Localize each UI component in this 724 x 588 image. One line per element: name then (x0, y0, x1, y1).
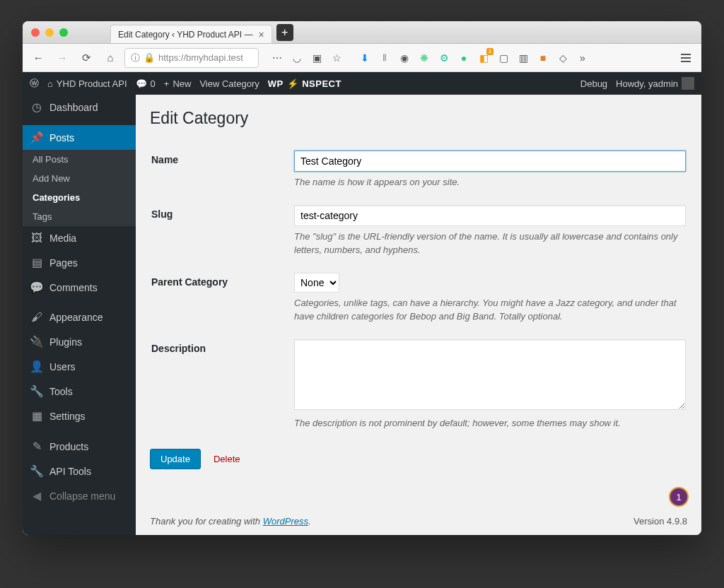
parent-select[interactable]: None (294, 273, 339, 293)
menu-media[interactable]: 🖾Media (23, 226, 136, 250)
slug-label: Slug (151, 198, 293, 264)
site-name-link[interactable]: ⌂YHD Product API (47, 78, 127, 89)
download-icon[interactable]: ⬇ (356, 49, 373, 66)
back-button[interactable]: ← (28, 48, 48, 68)
new-content-link[interactable]: +New (164, 78, 192, 89)
menu-products[interactable]: ✎Products (23, 434, 136, 459)
menu-button[interactable] (676, 48, 696, 68)
comment-icon: 💬 (136, 78, 147, 89)
wpinspect-link[interactable]: WP⚡NSPECT (268, 78, 341, 89)
menu-plugins[interactable]: 🔌Plugins (23, 329, 136, 354)
reader-icon[interactable]: ▣ (308, 49, 325, 66)
plugin-icon: 🔌 (30, 335, 44, 348)
comments-icon: 💬 (30, 281, 44, 294)
menu-dashboard[interactable]: ◷Dashboard (23, 95, 136, 119)
submenu-add-new[interactable]: Add New (23, 169, 136, 188)
reload-button[interactable]: ⟳ (76, 48, 96, 68)
forward-button[interactable]: → (52, 48, 72, 68)
products-icon: ✎ (30, 440, 44, 453)
tab-title: Edit Category ‹ YHD Product API — (118, 30, 253, 40)
brush-icon: 🖌 (30, 311, 44, 324)
plus-icon: + (164, 78, 170, 89)
more-icon[interactable]: ⋯ (269, 49, 286, 66)
ext-icon-1[interactable]: ◉ (396, 49, 413, 66)
address-bar[interactable]: ⓘ 🔒 https://bmyhdapi.test (124, 48, 259, 68)
home-icon: ⌂ (47, 78, 53, 89)
menu-appearance[interactable]: 🖌Appearance (23, 305, 136, 329)
comments-link[interactable]: 💬0 (136, 78, 156, 89)
pocket-icon[interactable]: ◡ (288, 49, 305, 66)
name-description: The name is how it appears on your site. (294, 175, 686, 189)
grammarly-icon[interactable]: ● (455, 49, 472, 66)
menu-settings[interactable]: ▦Settings (23, 404, 136, 428)
wordpress-link[interactable]: WordPress (263, 516, 308, 527)
ext-icon-3[interactable]: ▢ (495, 49, 512, 66)
description-textarea[interactable] (294, 339, 686, 410)
menu-comments[interactable]: 💬Comments (23, 275, 136, 300)
wp-admin-bar: ⓦ ⌂YHD Product API 💬0 +New View Category… (23, 72, 701, 95)
debug-link[interactable]: Debug (580, 78, 607, 89)
ext-icon-2[interactable]: ⚙ (436, 49, 452, 66)
menu-api-tools[interactable]: 🔧API Tools (23, 459, 136, 483)
browser-titlebar: Edit Category ‹ YHD Product API — × + (23, 21, 701, 44)
star-icon[interactable]: ☆ (328, 49, 345, 66)
view-category-link[interactable]: View Category (199, 78, 259, 89)
url-text: https://bmyhdapi.test (158, 52, 243, 63)
collapse-icon: ◀ (30, 489, 44, 502)
name-input[interactable] (294, 151, 686, 172)
pin-icon: 📌 (30, 131, 44, 144)
dashboard-icon: ◷ (30, 100, 44, 114)
description-description: The description is not prominent by defa… (294, 416, 686, 430)
collapse-menu[interactable]: ◀Collapse menu (23, 483, 136, 508)
new-label: New (173, 78, 191, 89)
menu-tools[interactable]: 🔧Tools (23, 379, 136, 404)
ext-icon-4[interactable]: ▥ (515, 49, 532, 66)
submenu-all-posts[interactable]: All Posts (23, 150, 136, 169)
window-close-button[interactable] (31, 28, 40, 37)
library-icon[interactable]: ⦀ (376, 49, 393, 66)
evernote-icon[interactable]: ❋ (416, 49, 433, 66)
ext-icon-6[interactable]: ◇ (554, 49, 571, 66)
footer-thanks: Thank you for creating with WordPress. (150, 516, 311, 527)
page-title: Edit Category (150, 109, 687, 128)
delete-link[interactable]: Delete (214, 454, 240, 464)
ext-icon-5[interactable]: ■ (535, 49, 551, 66)
media-icon: 🖾 (30, 232, 44, 245)
main-content: Edit Category Name The name is how it ap… (136, 95, 701, 535)
browser-tab[interactable]: Edit Category ‹ YHD Product API — × (110, 25, 272, 43)
view-label: View Category (199, 78, 259, 89)
overflow-icon[interactable]: » (574, 49, 591, 66)
window-maximize-button[interactable] (59, 28, 68, 37)
close-icon[interactable]: × (259, 29, 264, 40)
comments-count: 0 (151, 78, 156, 89)
description-label: Description (151, 332, 293, 437)
parent-description: Categories, unlike tags, can have a hier… (294, 296, 686, 324)
notification-badge[interactable]: 1 (669, 487, 689, 507)
site-name: YHD Product API (57, 78, 127, 89)
new-tab-button[interactable]: + (276, 24, 293, 41)
submenu-tags[interactable]: Tags (23, 207, 136, 226)
browser-toolbar: ← → ⟳ ⌂ ⓘ 🔒 https://bmyhdapi.test ⋯ ◡ ▣ … (23, 44, 701, 72)
bolt-icon: ⚡ (287, 78, 299, 89)
info-icon: ⓘ (131, 52, 140, 64)
window-minimize-button[interactable] (45, 28, 54, 37)
parent-label: Parent Category (151, 266, 293, 331)
avatar (682, 77, 694, 90)
notification-icon[interactable]: ◧ (475, 49, 492, 66)
update-button[interactable]: Update (150, 449, 201, 469)
slug-description: The "slug" is the URL-friendly version o… (294, 230, 686, 257)
menu-pages[interactable]: ▤Pages (23, 250, 136, 275)
wrench-icon: 🔧 (30, 464, 44, 478)
wordpress-icon: ⓦ (30, 77, 39, 90)
menu-posts[interactable]: 📌Posts (23, 125, 136, 150)
submenu-categories[interactable]: Categories (23, 188, 136, 207)
tools-icon: 🔧 (30, 384, 44, 398)
menu-users[interactable]: 👤Users (23, 354, 136, 379)
name-label: Name (151, 143, 293, 196)
home-button[interactable]: ⌂ (100, 48, 120, 68)
wp-logo-link[interactable]: ⓦ (30, 77, 39, 90)
howdy-text: Howdy, yadmin (616, 78, 678, 89)
slug-input[interactable] (294, 205, 686, 226)
account-link[interactable]: Howdy, yadmin (616, 77, 694, 90)
lock-icon: 🔒 (144, 52, 155, 63)
